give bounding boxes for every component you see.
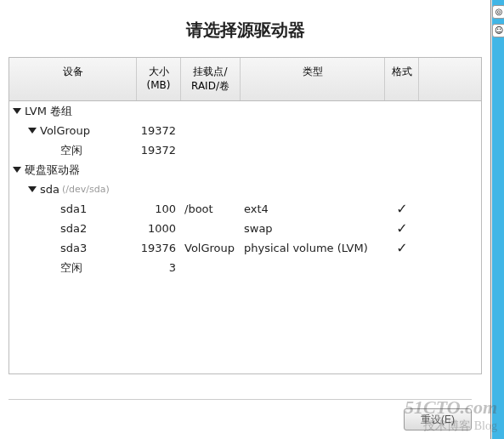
table-row[interactable]: sda(/dev/sda) (9, 180, 481, 199)
table-row[interactable]: sda21000swap✓ (9, 219, 481, 238)
sidebar-icon-2[interactable]: ☺ (492, 24, 504, 37)
format-cell: ✓ (385, 240, 419, 256)
table-row[interactable]: 空闲3 (9, 258, 481, 277)
page-title: 请选择源驱动器 (8, 19, 482, 42)
device-cell: sda(/dev/sda) (9, 183, 137, 196)
table-row[interactable]: VolGroup19372 (9, 121, 481, 140)
col-size[interactable]: 大小 (MB) (137, 58, 181, 100)
checkmark-icon: ✓ (396, 220, 407, 237)
size-cell: 19372 (137, 124, 181, 137)
device-path: (/dev/sda) (62, 184, 110, 195)
device-name: sda1 (60, 202, 87, 215)
device-name: VolGroup (40, 124, 90, 137)
format-cell: ✓ (385, 201, 419, 217)
table-row[interactable]: sda319376VolGroupphysical volume (LVM)✓ (9, 238, 481, 258)
device-cell: 空闲 (9, 260, 137, 276)
type-cell: ext4 (241, 202, 385, 215)
checkmark-icon: ✓ (396, 201, 407, 217)
size-cell: 19372 (137, 144, 181, 157)
device-cell: 硬盘驱动器 (9, 162, 137, 178)
device-name: sda (40, 183, 59, 196)
col-mount[interactable]: 挂载点/ RAID/卷 (181, 58, 241, 100)
device-name: LVM 卷组 (25, 104, 72, 119)
device-cell: 空闲 (9, 143, 137, 158)
device-cell: LVM 卷组 (9, 104, 137, 119)
device-name: sda2 (60, 222, 87, 235)
device-cell: VolGroup (9, 124, 137, 137)
col-device[interactable]: 设备 (9, 58, 137, 100)
device-cell: sda3 (9, 242, 137, 254)
size-cell: 100 (137, 202, 181, 215)
reset-button[interactable]: 重设(E) (404, 408, 472, 430)
table-row[interactable]: 硬盘驱动器 (9, 160, 481, 180)
device-cell: sda1 (9, 202, 137, 215)
size-cell: 3 (137, 261, 181, 274)
table-body: LVM 卷组VolGroup19372空闲19372硬盘驱动器sda(/dev/… (9, 101, 481, 373)
col-format[interactable]: 格式 (385, 58, 419, 100)
table-row[interactable]: sda1100/bootext4✓ (9, 199, 481, 219)
size-cell: 1000 (137, 222, 181, 235)
format-cell: ✓ (385, 220, 419, 237)
sidebar-icon-1[interactable]: ◎ (492, 5, 504, 19)
mount-cell: VolGroup (181, 242, 241, 254)
size-cell: 19376 (137, 242, 181, 254)
expand-triangle-icon[interactable] (13, 167, 21, 173)
expand-triangle-icon[interactable] (28, 186, 37, 192)
mount-cell: /boot (181, 202, 241, 215)
device-cell: sda2 (9, 222, 137, 235)
type-cell: swap (241, 222, 385, 235)
expand-triangle-icon[interactable] (13, 108, 21, 114)
device-name: sda3 (60, 242, 87, 254)
table-row[interactable]: LVM 卷组 (9, 101, 481, 121)
device-name: 空闲 (60, 260, 82, 276)
table-row[interactable]: 空闲19372 (9, 140, 481, 160)
expand-triangle-icon[interactable] (28, 128, 37, 134)
type-cell: physical volume (LVM) (241, 242, 385, 254)
device-name: 空闲 (60, 143, 82, 158)
right-sidebar: ◎ ☺ (492, 0, 504, 439)
checkmark-icon: ✓ (396, 240, 407, 256)
drive-table: 设备 大小 (MB) 挂载点/ RAID/卷 类型 格式 LVM 卷组VolGr… (8, 57, 482, 374)
col-type[interactable]: 类型 (241, 58, 385, 100)
device-name: 硬盘驱动器 (25, 162, 80, 178)
table-header: 设备 大小 (MB) 挂载点/ RAID/卷 类型 格式 (9, 58, 481, 101)
